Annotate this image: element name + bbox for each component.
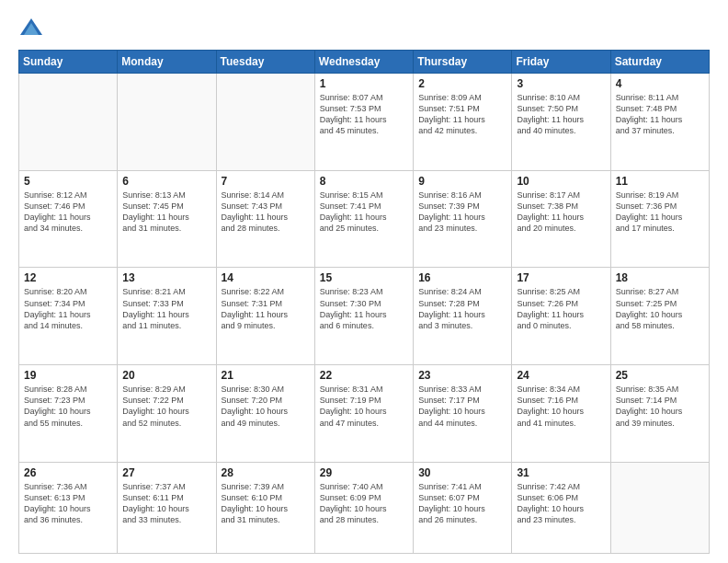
day-number: 2 <box>418 77 506 90</box>
col-header-friday: Friday <box>512 51 610 74</box>
day-number: 30 <box>418 466 506 479</box>
calendar-cell <box>610 462 709 553</box>
calendar-cell <box>118 74 216 171</box>
day-info: Sunrise: 8:13 AM Sunset: 7:45 PM Dayligh… <box>122 190 210 235</box>
day-number: 31 <box>517 466 605 479</box>
day-number: 25 <box>616 369 704 382</box>
calendar-cell: 10Sunrise: 8:17 AM Sunset: 7:38 PM Dayli… <box>512 170 610 268</box>
calendar-cell: 1Sunrise: 8:07 AM Sunset: 7:53 PM Daylig… <box>314 74 413 171</box>
calendar-cell: 4Sunrise: 8:11 AM Sunset: 7:48 PM Daylig… <box>610 74 709 171</box>
day-info: Sunrise: 8:33 AM Sunset: 7:17 PM Dayligh… <box>418 384 506 429</box>
calendar-cell <box>216 74 314 171</box>
day-info: Sunrise: 8:14 AM Sunset: 7:43 PM Dayligh… <box>222 190 310 235</box>
day-info: Sunrise: 7:40 AM Sunset: 6:09 PM Dayligh… <box>320 481 408 526</box>
header <box>18 15 710 40</box>
calendar-cell: 7Sunrise: 8:14 AM Sunset: 7:43 PM Daylig… <box>216 170 314 268</box>
day-info: Sunrise: 8:30 AM Sunset: 7:20 PM Dayligh… <box>222 384 310 429</box>
day-number: 6 <box>122 175 210 188</box>
day-number: 28 <box>222 466 310 479</box>
calendar-cell: 17Sunrise: 8:25 AM Sunset: 7:26 PM Dayli… <box>512 268 610 365</box>
day-number: 26 <box>24 466 112 479</box>
calendar-cell: 28Sunrise: 7:39 AM Sunset: 6:10 PM Dayli… <box>216 462 314 553</box>
day-info: Sunrise: 7:39 AM Sunset: 6:10 PM Dayligh… <box>222 481 310 526</box>
day-number: 20 <box>122 369 210 382</box>
calendar-week-row: 1Sunrise: 8:07 AM Sunset: 7:53 PM Daylig… <box>19 74 710 171</box>
page: SundayMondayTuesdayWednesdayThursdayFrid… <box>0 0 728 563</box>
calendar-cell: 29Sunrise: 7:40 AM Sunset: 6:09 PM Dayli… <box>314 462 413 553</box>
day-info: Sunrise: 8:16 AM Sunset: 7:39 PM Dayligh… <box>418 190 506 235</box>
col-header-thursday: Thursday <box>414 51 512 74</box>
calendar-cell: 31Sunrise: 7:42 AM Sunset: 6:06 PM Dayli… <box>512 462 610 553</box>
day-number: 27 <box>122 466 210 479</box>
day-number: 9 <box>418 175 506 188</box>
day-info: Sunrise: 7:42 AM Sunset: 6:06 PM Dayligh… <box>517 481 605 526</box>
calendar-week-row: 26Sunrise: 7:36 AM Sunset: 6:13 PM Dayli… <box>19 462 710 553</box>
calendar-week-row: 19Sunrise: 8:28 AM Sunset: 7:23 PM Dayli… <box>19 365 710 463</box>
calendar-week-row: 12Sunrise: 8:20 AM Sunset: 7:34 PM Dayli… <box>19 268 710 365</box>
day-number: 4 <box>616 77 704 90</box>
day-number: 17 <box>517 271 605 284</box>
col-header-saturday: Saturday <box>610 51 709 74</box>
day-number: 14 <box>222 271 310 284</box>
logo-icon <box>18 15 44 40</box>
calendar-cell: 25Sunrise: 8:35 AM Sunset: 7:14 PM Dayli… <box>610 365 709 463</box>
col-header-sunday: Sunday <box>19 51 118 74</box>
day-info: Sunrise: 8:23 AM Sunset: 7:30 PM Dayligh… <box>320 286 408 331</box>
calendar-cell: 3Sunrise: 8:10 AM Sunset: 7:50 PM Daylig… <box>512 74 610 171</box>
day-number: 13 <box>122 271 210 284</box>
day-info: Sunrise: 8:22 AM Sunset: 7:31 PM Dayligh… <box>222 286 310 331</box>
calendar-cell: 8Sunrise: 8:15 AM Sunset: 7:41 PM Daylig… <box>314 170 413 268</box>
day-number: 19 <box>24 369 112 382</box>
calendar-cell: 22Sunrise: 8:31 AM Sunset: 7:19 PM Dayli… <box>314 365 413 463</box>
calendar-cell: 19Sunrise: 8:28 AM Sunset: 7:23 PM Dayli… <box>19 365 118 463</box>
calendar-cell: 9Sunrise: 8:16 AM Sunset: 7:39 PM Daylig… <box>414 170 512 268</box>
day-info: Sunrise: 7:36 AM Sunset: 6:13 PM Dayligh… <box>24 481 112 526</box>
calendar-cell: 20Sunrise: 8:29 AM Sunset: 7:22 PM Dayli… <box>118 365 216 463</box>
day-info: Sunrise: 8:31 AM Sunset: 7:19 PM Dayligh… <box>320 384 408 429</box>
logo <box>18 15 48 40</box>
day-number: 21 <box>222 369 310 382</box>
day-info: Sunrise: 8:17 AM Sunset: 7:38 PM Dayligh… <box>517 190 605 235</box>
day-number: 24 <box>517 369 605 382</box>
day-number: 11 <box>616 175 704 188</box>
day-info: Sunrise: 8:10 AM Sunset: 7:50 PM Dayligh… <box>517 92 605 137</box>
col-header-monday: Monday <box>118 51 216 74</box>
calendar-cell: 16Sunrise: 8:24 AM Sunset: 7:28 PM Dayli… <box>414 268 512 365</box>
day-info: Sunrise: 8:12 AM Sunset: 7:46 PM Dayligh… <box>24 190 112 235</box>
calendar-cell <box>19 74 118 171</box>
day-info: Sunrise: 8:35 AM Sunset: 7:14 PM Dayligh… <box>616 384 704 429</box>
calendar-cell: 27Sunrise: 7:37 AM Sunset: 6:11 PM Dayli… <box>118 462 216 553</box>
day-info: Sunrise: 8:07 AM Sunset: 7:53 PM Dayligh… <box>320 92 408 137</box>
calendar-cell: 18Sunrise: 8:27 AM Sunset: 7:25 PM Dayli… <box>610 268 709 365</box>
calendar-cell: 5Sunrise: 8:12 AM Sunset: 7:46 PM Daylig… <box>19 170 118 268</box>
day-info: Sunrise: 7:41 AM Sunset: 6:07 PM Dayligh… <box>418 481 506 526</box>
day-info: Sunrise: 8:19 AM Sunset: 7:36 PM Dayligh… <box>616 190 704 235</box>
day-number: 10 <box>517 175 605 188</box>
calendar-cell: 15Sunrise: 8:23 AM Sunset: 7:30 PM Dayli… <box>314 268 413 365</box>
day-number: 12 <box>24 271 112 284</box>
day-number: 3 <box>517 77 605 90</box>
calendar-cell: 26Sunrise: 7:36 AM Sunset: 6:13 PM Dayli… <box>19 462 118 553</box>
calendar-header-row: SundayMondayTuesdayWednesdayThursdayFrid… <box>19 51 710 74</box>
day-info: Sunrise: 8:27 AM Sunset: 7:25 PM Dayligh… <box>616 286 704 331</box>
col-header-tuesday: Tuesday <box>216 51 314 74</box>
calendar-cell: 11Sunrise: 8:19 AM Sunset: 7:36 PM Dayli… <box>610 170 709 268</box>
day-info: Sunrise: 8:29 AM Sunset: 7:22 PM Dayligh… <box>122 384 210 429</box>
day-info: Sunrise: 8:25 AM Sunset: 7:26 PM Dayligh… <box>517 286 605 331</box>
day-number: 5 <box>24 175 112 188</box>
calendar-cell: 6Sunrise: 8:13 AM Sunset: 7:45 PM Daylig… <box>118 170 216 268</box>
col-header-wednesday: Wednesday <box>314 51 413 74</box>
calendar-cell: 21Sunrise: 8:30 AM Sunset: 7:20 PM Dayli… <box>216 365 314 463</box>
calendar-cell: 24Sunrise: 8:34 AM Sunset: 7:16 PM Dayli… <box>512 365 610 463</box>
day-info: Sunrise: 8:34 AM Sunset: 7:16 PM Dayligh… <box>517 384 605 429</box>
day-info: Sunrise: 8:21 AM Sunset: 7:33 PM Dayligh… <box>122 286 210 331</box>
calendar-week-row: 5Sunrise: 8:12 AM Sunset: 7:46 PM Daylig… <box>19 170 710 268</box>
calendar-cell: 23Sunrise: 8:33 AM Sunset: 7:17 PM Dayli… <box>414 365 512 463</box>
day-info: Sunrise: 8:20 AM Sunset: 7:34 PM Dayligh… <box>24 286 112 331</box>
day-number: 16 <box>418 271 506 284</box>
calendar-cell: 30Sunrise: 7:41 AM Sunset: 6:07 PM Dayli… <box>414 462 512 553</box>
day-number: 15 <box>320 271 408 284</box>
calendar-cell: 14Sunrise: 8:22 AM Sunset: 7:31 PM Dayli… <box>216 268 314 365</box>
day-info: Sunrise: 8:11 AM Sunset: 7:48 PM Dayligh… <box>616 92 704 137</box>
day-number: 23 <box>418 369 506 382</box>
